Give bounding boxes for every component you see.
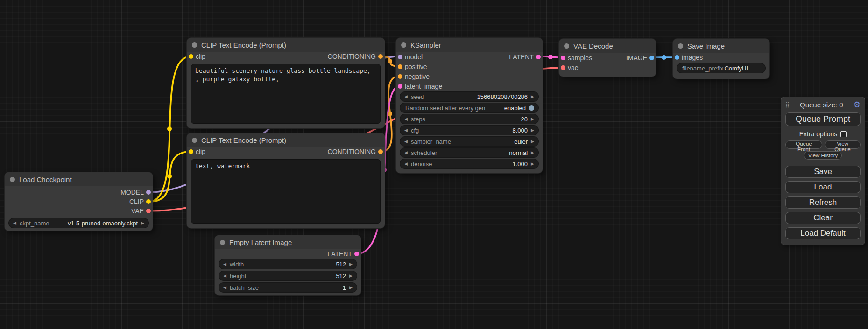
widget-seed[interactable]: ◀ seed 156680208700286 ▶ bbox=[400, 92, 538, 101]
latent-port-icon[interactable] bbox=[561, 56, 565, 60]
collapse-dot-icon[interactable] bbox=[678, 43, 683, 49]
prompt-textarea[interactable]: text, watermark bbox=[191, 159, 381, 224]
collapse-dot-icon[interactable] bbox=[564, 43, 569, 49]
image-port-icon[interactable] bbox=[649, 56, 654, 60]
increment-arrow-icon[interactable]: ▶ bbox=[349, 262, 353, 266]
decrement-arrow-icon[interactable]: ◀ bbox=[404, 162, 408, 166]
widget-value: 512 bbox=[336, 273, 346, 280]
slot-label: CONDITIONING bbox=[328, 148, 376, 155]
decrement-arrow-icon[interactable]: ◀ bbox=[404, 95, 408, 99]
latent-port-icon[interactable] bbox=[536, 55, 541, 59]
clip-port-icon[interactable] bbox=[146, 199, 151, 204]
widget-batch-size[interactable]: ◀ batch_size 1 ▶ bbox=[219, 283, 357, 292]
clear-button[interactable]: Clear bbox=[785, 212, 861, 224]
decrement-arrow-icon[interactable]: ◀ bbox=[223, 274, 226, 278]
node-save-image[interactable]: Save Image images filename_prefix ComfyU… bbox=[673, 39, 769, 79]
widget-scheduler[interactable]: ◀ scheduler normal ▶ bbox=[400, 148, 538, 157]
slot-label: latent_image bbox=[405, 83, 442, 90]
latent-port-icon[interactable] bbox=[398, 84, 402, 89]
node-title-bar[interactable]: Load Checkpoint bbox=[5, 172, 153, 186]
widget-filename-prefix[interactable]: filename_prefix ComfyUI bbox=[677, 63, 765, 73]
increment-arrow-icon[interactable]: ▶ bbox=[349, 274, 353, 278]
view-queue-button[interactable]: View Queue bbox=[825, 140, 861, 149]
queue-prompt-button[interactable]: Queue Prompt bbox=[785, 112, 861, 126]
refresh-button[interactable]: Refresh bbox=[785, 196, 861, 209]
output-slot-clip[interactable]: CLIP bbox=[5, 197, 153, 206]
increment-arrow-icon[interactable]: ▶ bbox=[531, 128, 534, 133]
node-title-bar[interactable]: KSampler bbox=[396, 38, 543, 52]
node-empty-latent-image[interactable]: Empty Latent Image LATENT ◀ width 512 ▶ … bbox=[215, 235, 361, 295]
vae-port-icon[interactable] bbox=[561, 65, 565, 70]
collapse-dot-icon[interactable] bbox=[192, 138, 197, 143]
node-vae-decode[interactable]: VAE Decode samples IMAGE vae bbox=[559, 39, 656, 77]
input-slot-vae[interactable]: vae bbox=[559, 63, 656, 72]
widget-denoise[interactable]: ◀ denoise 1.000 ▶ bbox=[400, 159, 538, 168]
node-load-checkpoint[interactable]: Load Checkpoint MODEL CLIP VAE ◀ ckpt_na… bbox=[5, 172, 153, 231]
decrement-arrow-icon[interactable]: ◀ bbox=[404, 140, 408, 144]
widget-width[interactable]: ◀ width 512 ▶ bbox=[219, 259, 357, 269]
increment-arrow-icon[interactable]: ▶ bbox=[531, 162, 534, 166]
node-title-bar[interactable]: CLIP Text Encode (Prompt) bbox=[187, 133, 385, 147]
widget-cfg[interactable]: ◀ cfg 8.000 ▶ bbox=[400, 126, 538, 135]
collapse-dot-icon[interactable] bbox=[220, 240, 225, 245]
conditioning-port-icon[interactable] bbox=[378, 54, 383, 59]
clip-port-icon[interactable] bbox=[189, 149, 193, 154]
node-clip-text-encode-negative[interactable]: CLIP Text Encode (Prompt) clip CONDITION… bbox=[187, 133, 385, 228]
widget-random-seed-toggle[interactable]: Random seed after every gen enabled bbox=[400, 103, 538, 112]
settings-gear-icon[interactable]: ⚙ bbox=[854, 101, 861, 109]
drag-handle-icon[interactable]: ⣿ bbox=[785, 101, 790, 108]
widget-label: denoise bbox=[411, 161, 432, 168]
decrement-arrow-icon[interactable]: ◀ bbox=[404, 117, 408, 121]
collapse-dot-icon[interactable] bbox=[10, 177, 15, 182]
image-port-icon[interactable] bbox=[675, 55, 679, 60]
collapse-dot-icon[interactable] bbox=[192, 42, 197, 48]
increment-arrow-icon[interactable]: ▶ bbox=[531, 140, 534, 144]
node-title-bar[interactable]: VAE Decode bbox=[559, 39, 656, 53]
model-port-icon[interactable] bbox=[146, 190, 151, 195]
queue-front-button[interactable]: Queue Front bbox=[785, 140, 822, 149]
increment-arrow-icon[interactable]: ▶ bbox=[531, 95, 534, 99]
vae-port-icon[interactable] bbox=[146, 209, 151, 213]
conditioning-port-icon[interactable] bbox=[398, 74, 402, 79]
widget-sampler-name[interactable]: ◀ sampler_name euler ▶ bbox=[400, 137, 538, 146]
node-ksampler[interactable]: KSampler model LATENT positive negative … bbox=[396, 38, 543, 173]
increment-arrow-icon[interactable]: ▶ bbox=[349, 286, 353, 290]
output-slot-vae[interactable]: VAE bbox=[5, 206, 153, 216]
extra-options-checkbox[interactable] bbox=[840, 131, 847, 137]
conditioning-port-icon[interactable] bbox=[398, 64, 402, 69]
increment-arrow-icon[interactable]: ▶ bbox=[531, 117, 534, 121]
node-title-bar[interactable]: Save Image bbox=[673, 39, 769, 53]
node-title-bar[interactable]: CLIP Text Encode (Prompt) bbox=[187, 38, 385, 52]
node-clip-text-encode-positive[interactable]: CLIP Text Encode (Prompt) clip CONDITION… bbox=[187, 38, 385, 128]
input-slot-images[interactable]: images bbox=[673, 53, 769, 62]
widget-height[interactable]: ◀ height 512 ▶ bbox=[219, 271, 357, 280]
widget-value: 512 bbox=[336, 261, 346, 268]
increment-arrow-icon[interactable]: ▶ bbox=[141, 221, 144, 225]
decrement-arrow-icon[interactable]: ◀ bbox=[223, 262, 226, 266]
output-slot-latent[interactable]: LATENT bbox=[215, 249, 361, 259]
save-button[interactable]: Save bbox=[785, 166, 861, 178]
increment-arrow-icon[interactable]: ▶ bbox=[531, 151, 534, 155]
input-slot-positive[interactable]: positive bbox=[396, 62, 543, 71]
decrement-arrow-icon[interactable]: ◀ bbox=[13, 221, 16, 225]
conditioning-port-icon[interactable] bbox=[378, 149, 383, 154]
input-slot-latent-image[interactable]: latent_image bbox=[396, 81, 543, 91]
decrement-arrow-icon[interactable]: ◀ bbox=[223, 286, 226, 290]
collapse-dot-icon[interactable] bbox=[401, 42, 406, 48]
decrement-arrow-icon[interactable]: ◀ bbox=[404, 151, 408, 155]
output-slot-model[interactable]: MODEL bbox=[5, 188, 153, 197]
view-history-button[interactable]: View History bbox=[804, 151, 842, 160]
toggle-knob-icon[interactable] bbox=[529, 105, 534, 111]
clip-port-icon[interactable] bbox=[189, 54, 193, 59]
latent-port-icon[interactable] bbox=[354, 252, 359, 256]
load-button[interactable]: Load bbox=[785, 181, 861, 193]
prompt-textarea[interactable]: beautiful scenery nature glass bottle la… bbox=[191, 64, 381, 124]
node-graph-canvas[interactable]: Load Checkpoint MODEL CLIP VAE ◀ ckpt_na… bbox=[0, 0, 868, 329]
widget-steps[interactable]: ◀ steps 20 ▶ bbox=[400, 114, 538, 124]
load-default-button[interactable]: Load Default bbox=[785, 227, 861, 239]
model-port-icon[interactable] bbox=[398, 55, 402, 59]
decrement-arrow-icon[interactable]: ◀ bbox=[404, 128, 408, 133]
node-title-bar[interactable]: Empty Latent Image bbox=[215, 235, 361, 249]
input-slot-negative[interactable]: negative bbox=[396, 71, 543, 81]
widget-ckpt-name[interactable]: ◀ ckpt_name v1-5-pruned-emaonly.ckpt ▶ bbox=[9, 218, 148, 228]
